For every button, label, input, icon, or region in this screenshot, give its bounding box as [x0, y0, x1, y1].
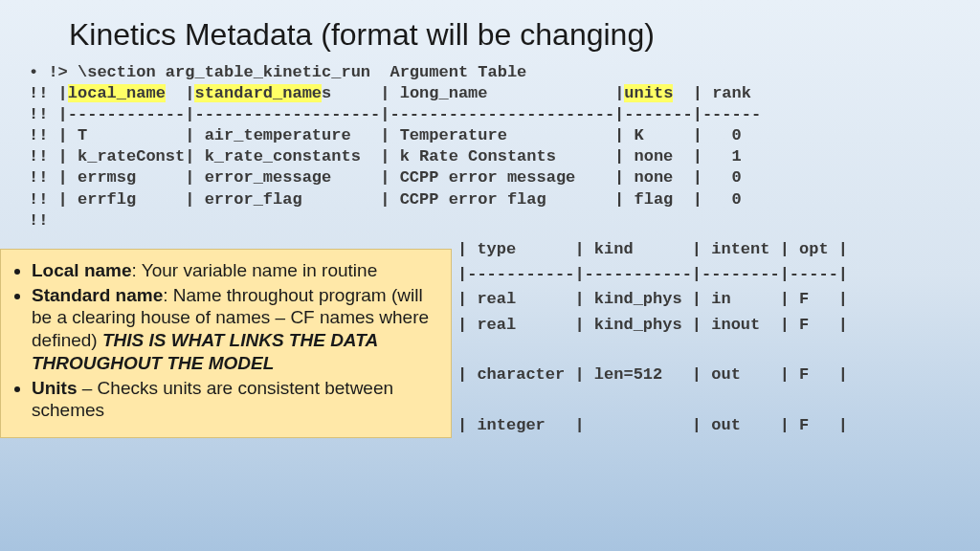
- callout-item-units: Units – Checks units are consistent betw…: [32, 377, 437, 423]
- data-row: !! | T | air_temperature | Temperature |…: [29, 126, 742, 144]
- data-row: !! | k_rateConst| k_rate_constants | k R…: [29, 147, 742, 165]
- callout-item-standard: Standard name: Name throughout program (…: [32, 284, 437, 375]
- section-line: !> \section arg_table_kinetic_run Argume…: [48, 63, 526, 81]
- header-row: !! |local_name |standard_names | long_na…: [29, 84, 751, 102]
- sep-row: !! |------------|-------------------|---…: [29, 105, 761, 123]
- trailing-row: !!: [29, 211, 48, 230]
- hl-standard-name: standard_name: [194, 84, 322, 102]
- code-block: • !> \section arg_table_kinetic_run Argu…: [0, 62, 980, 231]
- data-row: !! | errflg | error_flag | CCPP error fl…: [29, 190, 742, 209]
- callout-item-local: Local name: Your variable name in routin…: [32, 259, 437, 282]
- hl-units: units: [624, 84, 673, 102]
- right-table: | type | kind | intent | opt | |--------…: [457, 237, 848, 439]
- hl-local-name: local_name: [68, 84, 166, 102]
- data-row: !! | errmsg | error_message | CCPP error…: [29, 168, 742, 187]
- slide-title: Kinetics Metadata (format will be changi…: [0, 0, 980, 62]
- callout-box: Local name: Your variable name in routin…: [0, 249, 452, 438]
